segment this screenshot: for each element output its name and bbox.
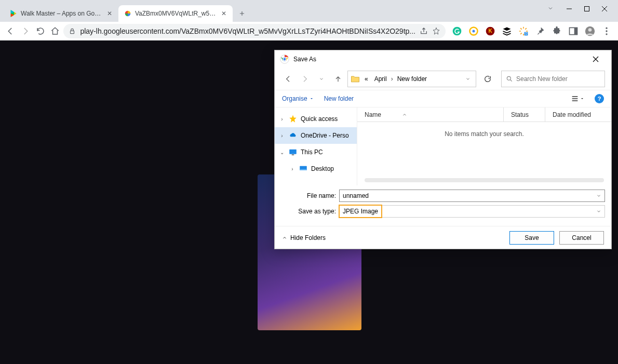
chrome-icon [280, 55, 289, 64]
address-bar[interactable]: play-lh.googleusercontent.com/VaZBmx0MV6… [63, 24, 446, 38]
dialog-body: › Quick access › OneDrive - Perso ⌄ This… [275, 107, 611, 185]
tree-onedrive[interactable]: › OneDrive - Perso [275, 127, 357, 144]
window-controls [547, 0, 618, 18]
chevron-right-icon[interactable]: › [279, 133, 285, 139]
home-button[interactable] [49, 24, 62, 38]
save-as-dialog: Save As « April › New folder Organise Ne… [274, 50, 612, 249]
save-type-highlight: JPEG Image [339, 205, 382, 218]
close-icon[interactable]: ✕ [106, 10, 113, 17]
maximize-button[interactable] [584, 6, 590, 12]
chevron-right-icon: › [391, 75, 393, 83]
tab-image[interactable]: VaZBmx0MV6VqWLtR_w5MvVgX ✕ [118, 5, 233, 22]
svg-point-6 [453, 26, 462, 35]
chevron-right-icon[interactable]: › [279, 116, 285, 122]
svg-text:0: 0 [525, 31, 527, 35]
google-play-icon [9, 9, 18, 18]
pin-icon[interactable] [535, 26, 545, 36]
file-list-header: Name Status Date modified [357, 107, 611, 122]
tree-desktop[interactable]: › Desktop [275, 160, 357, 177]
tree-quick-access[interactable]: › Quick access [275, 111, 357, 127]
chevron-down-icon[interactable] [462, 76, 474, 82]
titlebar [0, 0, 618, 4]
nav-up-button[interactable] [331, 72, 345, 86]
breadcrumb-april[interactable]: April [372, 75, 389, 83]
tree-this-pc[interactable]: ⌄ This PC [275, 144, 357, 160]
bookmark-icon[interactable] [432, 27, 440, 35]
grammarly-icon[interactable] [452, 26, 462, 36]
close-icon[interactable]: ✕ [220, 10, 227, 17]
recent-locations-button[interactable] [314, 72, 329, 86]
nav-back-button[interactable] [281, 72, 295, 86]
nav-forward-button[interactable] [298, 72, 312, 86]
breadcrumb-new-folder[interactable]: New folder [395, 75, 429, 83]
browser-toolbar: play-lh.googleusercontent.com/VaZBmx0MV6… [0, 22, 618, 41]
help-button[interactable]: ? [595, 94, 604, 103]
svg-point-8 [472, 30, 475, 32]
svg-rect-24 [289, 150, 297, 154]
view-options-button[interactable] [571, 95, 584, 103]
buffer-icon[interactable] [502, 26, 512, 36]
profile-avatar-icon[interactable] [585, 26, 595, 36]
save-type-field[interactable]: JPEG Image [339, 205, 605, 218]
folder-search[interactable] [501, 71, 605, 87]
minimize-button[interactable] [566, 6, 572, 12]
chevron-down-icon[interactable] [596, 193, 601, 198]
tab-walk-master[interactable]: Walk Master – Apps on Google P ✕ [4, 5, 118, 22]
column-date[interactable]: Date modified [545, 107, 611, 122]
dialog-nav: « April › New folder [275, 68, 611, 90]
organise-button[interactable]: Organise [282, 95, 314, 102]
dialog-form: File name: unnamed Save as type: JPEG Im… [275, 185, 611, 226]
svg-marker-3 [14, 12, 16, 15]
svg-rect-25 [292, 155, 294, 156]
forward-button[interactable] [19, 24, 32, 38]
file-name-label: File name: [281, 192, 339, 199]
tree-label: Quick access [301, 115, 338, 123]
search-input[interactable] [516, 75, 600, 83]
cancel-button[interactable]: Cancel [559, 231, 604, 245]
folder-tree: › Quick access › OneDrive - Perso ⌄ This… [275, 107, 357, 185]
folder-icon [350, 74, 360, 84]
extension-icons: K 0 [448, 26, 614, 36]
chevron-down-icon[interactable] [547, 5, 555, 12]
dialog-title: Save As [293, 56, 585, 63]
tab-strip: Walk Master – Apps on Google P ✕ VaZBmx0… [0, 4, 618, 22]
extension-icon[interactable] [468, 26, 479, 36]
extension-icon[interactable]: 0 [518, 26, 529, 36]
refresh-button[interactable] [480, 72, 495, 86]
kebab-menu-icon[interactable] [601, 26, 612, 36]
svg-point-16 [588, 28, 592, 32]
svg-point-18 [606, 30, 607, 32]
horizontal-scrollbar[interactable] [365, 178, 604, 182]
breadcrumb-prefix[interactable]: « [362, 75, 370, 83]
svg-point-19 [606, 33, 607, 35]
svg-rect-14 [574, 28, 577, 34]
tree-label: Desktop [311, 165, 334, 172]
chevron-right-icon[interactable]: › [289, 166, 295, 172]
onedrive-icon [288, 131, 298, 140]
tab-title: VaZBmx0MV6VqWLtR_w5MvVgX [135, 10, 217, 17]
share-icon[interactable] [420, 27, 428, 35]
hide-folders-button[interactable]: Hide Folders [282, 234, 326, 241]
save-button[interactable]: Save [509, 231, 554, 245]
svg-point-23 [507, 76, 510, 80]
chevron-down-icon[interactable] [596, 209, 601, 214]
breadcrumb[interactable]: « April › New folder [347, 71, 476, 87]
column-name[interactable]: Name [357, 111, 503, 118]
extension-icon[interactable]: K [485, 26, 495, 36]
new-tab-button[interactable] [235, 6, 249, 21]
close-window-button[interactable] [601, 6, 608, 12]
dialog-titlebar[interactable]: Save As [275, 50, 611, 68]
dialog-footer: Hide Folders Save Cancel [275, 226, 611, 249]
back-button[interactable] [4, 24, 17, 38]
column-status[interactable]: Status [503, 107, 545, 122]
new-folder-button[interactable]: New folder [324, 95, 354, 102]
extensions-puzzle-icon[interactable] [552, 26, 562, 36]
close-button[interactable] [585, 51, 606, 67]
svg-point-22 [283, 58, 286, 61]
reload-button[interactable] [34, 24, 47, 38]
chevron-down-icon[interactable]: ⌄ [279, 150, 285, 155]
empty-message: No items match your search. [357, 122, 611, 176]
lock-icon [69, 28, 76, 35]
file-name-field[interactable]: unnamed [339, 190, 605, 202]
side-panel-icon[interactable] [568, 26, 579, 36]
